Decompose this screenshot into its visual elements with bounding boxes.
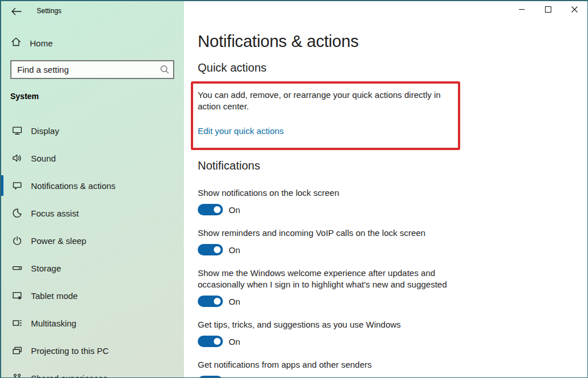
toggle-knob — [214, 338, 221, 345]
sidebar-item-label: Tablet mode — [31, 291, 78, 301]
setting-tips-tricks: Get tips, tricks, and suggestions as you… — [198, 319, 401, 347]
sidebar-item-label: Shared experiences — [31, 373, 107, 378]
sound-icon — [11, 152, 23, 164]
search-input[interactable] — [10, 60, 174, 79]
home-icon — [10, 36, 22, 50]
back-button[interactable] — [10, 6, 23, 17]
toggle-welcome-experience[interactable] — [198, 296, 223, 307]
sidebar: Settings Home System — [1, 1, 184, 377]
sidebar-item-focus-assist[interactable]: Focus assist — [1, 199, 184, 227]
sidebar-item-display[interactable]: Display — [1, 117, 184, 144]
setting-label: Show reminders and incoming VoIP calls o… — [198, 227, 425, 239]
storage-icon — [11, 262, 23, 274]
sidebar-item-projecting[interactable]: Projecting to this PC — [1, 337, 184, 364]
sidebar-item-label: Projecting to this PC — [31, 346, 109, 356]
sidebar-item-notifications[interactable]: Notifications & actions — [1, 172, 184, 199]
toggle-state-label: On — [229, 377, 240, 378]
toggle-state-label: On — [229, 337, 240, 346]
sidebar-item-shared-experiences[interactable]: Shared experiences — [1, 364, 184, 378]
sidebar-item-storage[interactable]: Storage — [1, 254, 184, 282]
sidebar-item-label: Focus assist — [31, 208, 79, 218]
multitasking-icon — [11, 317, 23, 329]
toggle-lock-screen-notifications[interactable] — [198, 204, 223, 215]
toggle-tips-tricks[interactable] — [198, 336, 223, 347]
app-title: Settings — [37, 7, 61, 15]
page-title: Notifications & actions — [198, 32, 359, 51]
sidebar-item-label: Notifications & actions — [31, 181, 116, 191]
minimize-icon — [519, 6, 525, 14]
tablet-mode-icon — [11, 290, 23, 301]
setting-app-notifications: Get notifications from apps and other se… — [198, 359, 372, 377]
setting-reminders-voip: Show reminders and incoming VoIP calls o… — [198, 227, 425, 255]
setting-welcome-experience: Show me the Windows welcome experience a… — [198, 267, 473, 307]
setting-label: Get notifications from apps and other se… — [198, 359, 372, 371]
toggle-app-notifications[interactable] — [198, 376, 223, 377]
back-arrow-icon — [10, 9, 23, 19]
sidebar-item-label: Power & sleep — [31, 236, 87, 246]
toggle-knob — [214, 246, 221, 253]
close-icon — [571, 6, 578, 14]
setting-lock-screen-notifications: Show notifications on the lock screen On — [198, 187, 339, 215]
display-icon — [11, 125, 23, 136]
sidebar-item-power-sleep[interactable]: Power & sleep — [1, 227, 184, 254]
quick-actions-highlight-box: You can add, remove, or rearrange your q… — [191, 81, 460, 150]
settings-window: Settings Home System — [0, 0, 588, 378]
setting-label: Show notifications on the lock screen — [198, 187, 339, 199]
search-box — [10, 60, 174, 79]
toggle-state-label: On — [229, 297, 240, 306]
sidebar-item-label: Multitasking — [31, 318, 76, 328]
notifications-icon — [11, 180, 23, 191]
power-icon — [11, 235, 23, 246]
toggle-knob — [214, 298, 221, 305]
shared-experiences-icon — [11, 372, 23, 378]
maximize-button[interactable] — [535, 1, 561, 18]
focus-assist-icon — [11, 207, 23, 219]
notifications-heading: Notifications — [198, 159, 260, 172]
toggle-reminders-voip[interactable] — [198, 244, 223, 255]
sidebar-item-label: Storage — [31, 263, 61, 273]
minimize-button[interactable] — [508, 1, 535, 18]
sidebar-item-label: Display — [31, 126, 59, 136]
maximize-icon — [545, 6, 551, 14]
projecting-icon — [11, 345, 23, 356]
section-label-system: System — [10, 92, 39, 101]
toggle-knob — [214, 206, 221, 213]
quick-actions-heading: Quick actions — [198, 61, 266, 74]
window-controls — [508, 1, 587, 18]
setting-label: Get tips, tricks, and suggestions as you… — [198, 319, 401, 330]
toggle-state-label: On — [229, 205, 240, 215]
close-button[interactable] — [561, 1, 587, 18]
sidebar-item-label: Sound — [31, 153, 56, 163]
sidebar-nav: Display Sound Notifica — [1, 117, 184, 378]
quick-actions-description: You can add, remove, or rearrange your q… — [198, 89, 450, 112]
main-content: Notifications & actions Quick actions Yo… — [184, 1, 587, 377]
sidebar-item-tablet-mode[interactable]: Tablet mode — [1, 282, 184, 309]
sidebar-item-home[interactable]: Home — [10, 36, 53, 50]
sidebar-item-multitasking[interactable]: Multitasking — [1, 309, 184, 337]
home-label: Home — [30, 38, 53, 48]
sidebar-item-sound[interactable]: Sound — [1, 144, 184, 172]
search-icon[interactable] — [159, 64, 170, 75]
edit-quick-actions-link[interactable]: Edit your quick actions — [198, 126, 284, 136]
toggle-state-label: On — [229, 245, 240, 255]
setting-label: Show me the Windows welcome experience a… — [198, 267, 473, 290]
